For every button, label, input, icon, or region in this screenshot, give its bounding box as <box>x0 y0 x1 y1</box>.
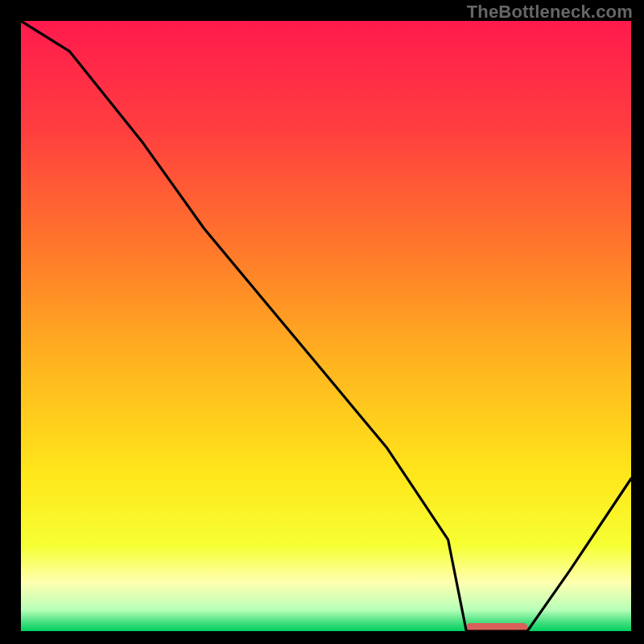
chart-container: TheBottleneck.com <box>0 0 644 644</box>
gradient-background <box>21 21 631 631</box>
watermark-text: TheBottleneck.com <box>467 2 633 23</box>
plot-area <box>21 21 631 631</box>
chart-svg <box>21 21 631 631</box>
